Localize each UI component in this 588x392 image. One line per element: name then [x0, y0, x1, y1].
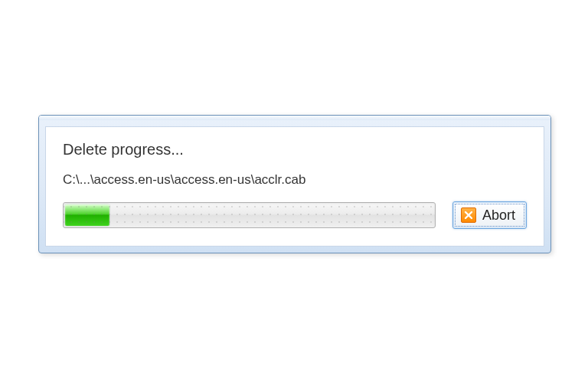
- close-icon: [461, 207, 476, 223]
- abort-button[interactable]: Abort: [452, 201, 527, 229]
- current-file-path: C:\...\access.en-us\access.en-us\acclr.c…: [63, 172, 527, 188]
- controls-row: Abort: [63, 201, 527, 229]
- progress-fill: [65, 204, 109, 226]
- dialog-titlebar: [39, 116, 550, 120]
- progress-bar: [63, 202, 436, 228]
- abort-button-label: Abort: [482, 207, 515, 224]
- dialog-heading: Delete progress...: [63, 141, 527, 158]
- dialog-body: Delete progress... C:\...\access.en-us\a…: [45, 126, 544, 247]
- progress-track-texture: [64, 203, 435, 227]
- progress-dialog: Delete progress... C:\...\access.en-us\a…: [38, 115, 551, 253]
